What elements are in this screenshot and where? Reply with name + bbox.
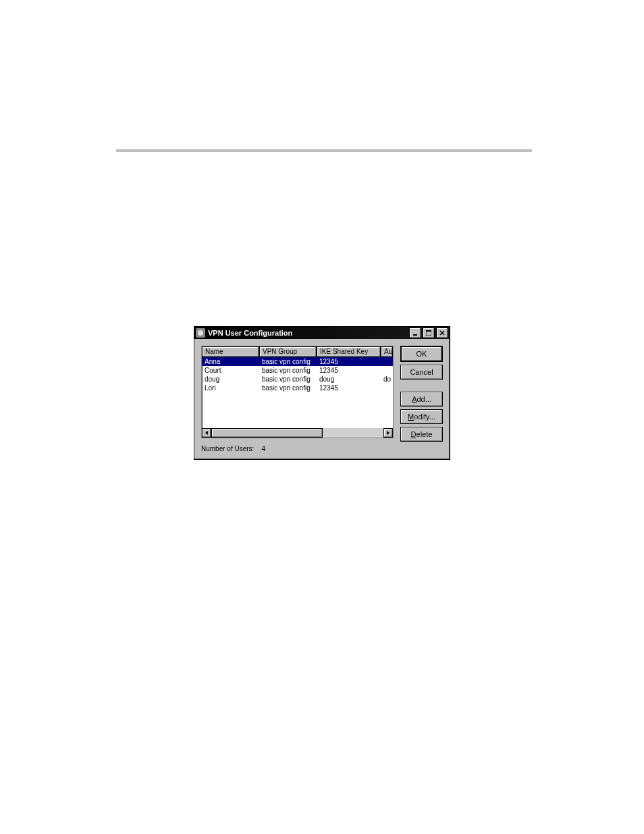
cell-group: basic vpn config — [259, 375, 317, 384]
window-controls — [408, 328, 448, 338]
cell-group: basic vpn config — [259, 366, 317, 375]
user-list-header: Name VPN Group IKE Shared Key Au — [202, 346, 393, 357]
minimize-button[interactable] — [409, 328, 421, 338]
add-button[interactable]: Add... — [400, 392, 443, 407]
cell-group: basic vpn config — [259, 384, 317, 392]
cell-name: Lori — [202, 384, 259, 392]
delete-button-label: Delete — [411, 430, 433, 438]
chevron-left-icon — [205, 431, 209, 435]
ok-button[interactable]: OK — [400, 346, 443, 362]
maximize-button[interactable] — [423, 328, 435, 338]
minimize-icon — [412, 330, 418, 336]
close-icon — [439, 330, 445, 336]
modify-button[interactable]: Modify... — [400, 409, 443, 424]
modify-button-label: Modify... — [408, 413, 435, 421]
cell-key: 12345 — [317, 366, 381, 375]
cell-key: doug — [317, 375, 381, 384]
cell-name: doug — [202, 375, 259, 384]
col-header-group[interactable]: VPN Group — [259, 346, 317, 357]
col-header-name[interactable]: Name — [202, 346, 259, 357]
user-list[interactable]: Name VPN Group IKE Shared Key Au Annabas… — [201, 346, 394, 438]
scroll-thumb[interactable] — [211, 428, 323, 438]
scroll-track[interactable] — [211, 428, 383, 438]
delete-button[interactable]: Delete — [400, 427, 443, 442]
cell-key: 12345 — [317, 357, 381, 366]
scroll-left-button[interactable] — [202, 428, 211, 438]
svg-rect-0 — [413, 334, 417, 336]
page-divider — [116, 149, 532, 152]
cell-group: basic vpn config — [259, 357, 317, 366]
col-header-au[interactable]: Au — [381, 346, 393, 357]
vpn-user-config-dialog: VPN User Configuration Name VPN Group IK… — [194, 326, 450, 460]
horizontal-scrollbar[interactable] — [202, 428, 393, 438]
table-row[interactable]: Loribasic vpn config12345 — [202, 384, 393, 392]
cell-au — [381, 384, 393, 392]
app-icon — [196, 328, 205, 338]
close-button[interactable] — [436, 328, 448, 338]
svg-marker-5 — [205, 431, 208, 435]
table-row[interactable]: dougbasic vpn configdougdo — [202, 375, 393, 384]
user-count-label: Number of Users: — [201, 445, 254, 452]
svg-marker-6 — [387, 431, 390, 435]
status-row: Number of Users: 4 — [201, 445, 394, 452]
user-count-value: 4 — [261, 445, 265, 452]
col-header-key[interactable]: IKE Shared Key — [317, 346, 381, 357]
scroll-right-button[interactable] — [383, 428, 393, 438]
titlebar[interactable]: VPN User Configuration — [194, 327, 450, 339]
cell-name: Anna — [202, 357, 259, 366]
cell-au — [381, 357, 393, 366]
window-title: VPN User Configuration — [208, 329, 408, 337]
cell-au — [381, 366, 393, 375]
table-row[interactable]: Annabasic vpn config12345 — [202, 357, 393, 366]
cell-au: do — [381, 375, 393, 384]
table-row[interactable]: Courtbasic vpn config12345 — [202, 366, 393, 375]
cancel-button[interactable]: Cancel — [400, 365, 443, 380]
cell-name: Court — [202, 366, 259, 375]
cell-key: 12345 — [317, 384, 381, 392]
ok-button-label: OK — [417, 350, 427, 358]
chevron-right-icon — [386, 431, 390, 435]
maximize-icon — [426, 330, 431, 336]
add-button-label: Add... — [412, 395, 431, 403]
svg-rect-2 — [426, 330, 431, 332]
cancel-button-label: Cancel — [410, 368, 433, 376]
